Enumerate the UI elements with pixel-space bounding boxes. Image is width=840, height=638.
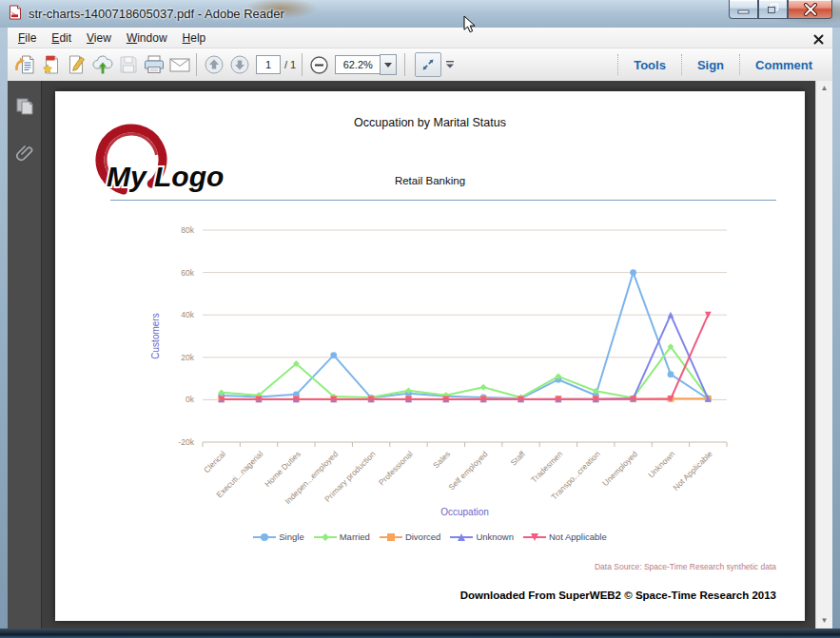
menubar: File Edit View Window Help [8, 28, 832, 48]
titlebar[interactable]: str-charts-1400718605037.pdf - Adobe Rea… [0, 0, 840, 28]
chart: 80k60k40k20k0k-20kClericalExecuti...nage… [146, 222, 773, 541]
x-category-label: Sales [431, 449, 452, 470]
y-tick-label: 40k [181, 310, 194, 319]
legend-label: Divorced [405, 532, 441, 542]
restore-button[interactable] [758, 0, 788, 19]
legend-item-not-applicable[interactable]: Not Applicable [523, 532, 607, 542]
x-category-label: Staff [509, 449, 528, 468]
scroll-up-icon[interactable]: ▲ [821, 81, 829, 96]
x-category-label: Clerical [202, 449, 227, 474]
chart-legend: SingleMarriedDivorcedUnknownNot Applicab… [55, 532, 805, 542]
page-number-input[interactable]: 1 [256, 55, 281, 74]
zoom-out-icon [309, 55, 329, 75]
fit-page-button[interactable] [415, 52, 441, 77]
pdf-file-icon [8, 5, 23, 24]
window-title: str-charts-1400718605037.pdf - Adobe Rea… [29, 7, 284, 21]
menu-file[interactable]: File [10, 29, 44, 48]
legend-label: Not Applicable [549, 532, 607, 542]
page-total-label: / 1 [284, 59, 296, 70]
toolbar-options-button[interactable] [441, 52, 459, 78]
attachments-button[interactable] [12, 140, 37, 164]
navigation-pane [8, 81, 42, 628]
print-icon [143, 54, 166, 75]
x-category-label: Not Applicable [671, 449, 714, 493]
x-category-label: Professional [377, 449, 415, 487]
create-pdf-button[interactable] [38, 52, 64, 78]
legend-item-single[interactable]: Single [253, 532, 303, 542]
toolbar-separator [196, 53, 197, 76]
page-up-icon [204, 54, 225, 75]
series-line-single [222, 273, 709, 399]
cloud-upload-icon [91, 54, 114, 75]
close-button[interactable] [788, 0, 832, 19]
comment-button[interactable]: Comment [739, 54, 828, 75]
toolbar-separator [404, 53, 405, 76]
sign-document-icon [66, 54, 88, 75]
x-axis-title: Occupation [440, 507, 489, 517]
next-page-button[interactable] [226, 52, 252, 78]
zoom-dropdown-button[interactable] [380, 54, 397, 75]
legend-label: Married [340, 532, 370, 542]
y-tick-label: 0k [186, 395, 195, 404]
series-marker-married [480, 384, 487, 391]
scroll-down-icon[interactable]: ▼ [821, 613, 829, 628]
page-thumbnails-button[interactable] [12, 94, 37, 119]
zoom-out-button[interactable] [306, 52, 332, 78]
sign-document-button[interactable] [64, 52, 89, 78]
email-icon [168, 55, 191, 74]
restore-icon [759, 0, 787, 18]
attachments-icon [13, 141, 36, 164]
open-icon [14, 54, 36, 75]
save-button[interactable] [115, 52, 141, 78]
zoom-dropdown-icon [384, 63, 392, 68]
chart-svg: 80k60k40k20k0k-20kClericalExecuti...nage… [146, 222, 773, 541]
header-divider [110, 200, 776, 201]
pdf-page: My Logo Occupation by Marital Status Ret… [55, 91, 805, 621]
download-footer: Downloaded From SuperWEB2 © Space-Time R… [460, 590, 776, 601]
cloud-upload-button[interactable] [89, 52, 115, 78]
window-frame-bottom [0, 628, 840, 638]
create-pdf-icon [40, 54, 62, 75]
series-marker-single [630, 269, 636, 276]
menu-view[interactable]: View [79, 29, 119, 48]
document-area: My Logo Occupation by Marital Status Ret… [42, 81, 815, 628]
fit-page-icon [420, 56, 437, 73]
series-marker-single [330, 352, 337, 358]
x-category-label: Unemployed [600, 449, 639, 488]
toolbar-separator [302, 53, 303, 76]
x-category-label: Unknown [646, 449, 676, 479]
legend-item-unknown[interactable]: Unknown [450, 532, 514, 542]
legend-item-divorced[interactable]: Divorced [380, 532, 441, 542]
series-line-married [222, 347, 709, 398]
page-thumbnails-icon [14, 96, 35, 117]
open-button[interactable] [12, 52, 38, 78]
menu-edit[interactable]: Edit [44, 29, 79, 48]
toolbar: 1 / 1 62.2% [8, 48, 832, 82]
email-button[interactable] [166, 52, 192, 78]
legend-item-married[interactable]: Married [314, 532, 370, 542]
legend-label: Single [279, 532, 303, 542]
close-document-icon[interactable] [813, 31, 824, 48]
tools-button[interactable]: Tools [617, 54, 681, 75]
previous-page-button[interactable] [201, 52, 226, 78]
legend-marker-single [253, 532, 276, 542]
menu-help[interactable]: Help [175, 29, 214, 48]
adobe-reader-window: str-charts-1400718605037.pdf - Adobe Rea… [0, 0, 840, 638]
y-tick-label: -20k [178, 437, 194, 447]
minimize-button[interactable] [729, 0, 758, 19]
x-category-label: Tradesmen [529, 449, 564, 484]
x-category-label: Self employed [446, 449, 489, 492]
toolbar-options-icon [445, 61, 455, 68]
page-down-icon [229, 54, 250, 75]
sign-button[interactable]: Sign [681, 54, 739, 75]
my-logo: My Logo [82, 124, 253, 205]
y-tick-label: 20k [181, 353, 194, 362]
print-button[interactable] [141, 52, 166, 78]
zoom-level-input[interactable]: 62.2% [335, 55, 380, 74]
legend-marker-unknown [450, 532, 473, 542]
menu-window[interactable]: Window [119, 29, 175, 48]
document-viewport: My Logo Occupation by Marital Status Ret… [8, 81, 832, 628]
vertical-scrollbar[interactable]: ▲ ▼ [815, 81, 832, 628]
data-source-note: Data Source: Space-Time Research synthet… [595, 562, 776, 571]
close-icon [803, 3, 818, 16]
